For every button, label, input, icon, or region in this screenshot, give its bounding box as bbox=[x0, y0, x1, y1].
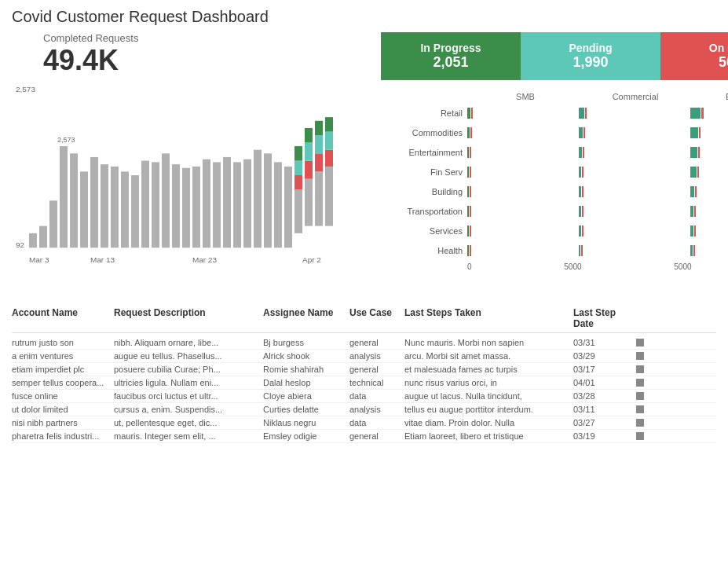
header-assignee: Assignee Name bbox=[263, 307, 349, 329]
cell-laststeps: et malesuada fames ac turpis bbox=[404, 365, 573, 374]
table-row: rutrum justo son nibh. Aliquam ornare, l… bbox=[12, 336, 716, 350]
cell-indicator bbox=[636, 338, 660, 347]
cell-lastdate: 04/01 bbox=[573, 378, 636, 387]
cell-desc: faucibus orci luctus et ultr... bbox=[114, 391, 263, 401]
cell-usecase: analysis bbox=[349, 351, 404, 361]
status-pending-value: 1,990 bbox=[527, 54, 654, 71]
enterprise-group bbox=[690, 147, 728, 158]
svg-rect-2 bbox=[49, 200, 57, 248]
indicator-box bbox=[636, 432, 644, 440]
svg-rect-37 bbox=[315, 135, 323, 153]
cell-desc: augue eu tellus. Phasellus... bbox=[114, 351, 263, 361]
enterprise-group bbox=[690, 226, 728, 236]
smb-red-bar bbox=[470, 206, 471, 217]
comm-green-bar bbox=[579, 108, 584, 119]
commercial-group bbox=[579, 127, 689, 138]
header-lastdate: Last Step Date bbox=[573, 307, 636, 329]
cell-usecase: analysis bbox=[349, 405, 404, 414]
svg-rect-42 bbox=[325, 117, 333, 131]
comm-red-bar bbox=[583, 127, 585, 138]
indicator-box bbox=[636, 405, 644, 413]
smb-group bbox=[467, 167, 577, 178]
segment-chart: SMB Commercial Enterprise Retail Co bbox=[381, 92, 728, 271]
cell-laststeps: augue ut lacus. Nulla tincidunt, bbox=[404, 391, 573, 401]
segment-label: Transportation bbox=[381, 207, 467, 216]
comm-red-bar bbox=[585, 108, 587, 119]
segment-label: Fin Serv bbox=[381, 167, 467, 177]
table-row: pharetra felis industri... mauris. Integ… bbox=[12, 430, 716, 443]
segment-header-enterprise: Enterprise bbox=[690, 92, 728, 101]
segment-label: Entertainment bbox=[381, 148, 467, 157]
ent-green-bar bbox=[690, 147, 697, 158]
cell-assignee: Curties delatte bbox=[263, 405, 349, 414]
svg-rect-0 bbox=[29, 233, 37, 248]
table-body: rutrum justo son nibh. Aliquam ornare, l… bbox=[12, 336, 716, 443]
segment-header-smb: SMB bbox=[470, 92, 580, 101]
status-onhold-label: On Hold bbox=[667, 42, 728, 54]
svg-rect-39 bbox=[325, 167, 333, 226]
ent-red-bar bbox=[693, 245, 695, 256]
svg-rect-13 bbox=[152, 162, 159, 248]
ent-green-bar bbox=[690, 127, 698, 138]
cell-laststeps: Nunc mauris. Morbi non sapien bbox=[404, 338, 573, 347]
enterprise-group bbox=[690, 206, 728, 217]
comm-green-bar bbox=[579, 167, 581, 178]
bar-chart-svg: 2,573 92 2,573 bbox=[12, 81, 373, 270]
segment-label: Retail bbox=[381, 108, 467, 118]
cell-account: etiam imperdiet plc bbox=[12, 365, 114, 374]
cell-laststeps: Etiam laoreet, libero et tristique bbox=[404, 431, 573, 441]
svg-rect-32 bbox=[305, 161, 313, 179]
segment-label: Health bbox=[381, 246, 467, 255]
indicator-box bbox=[636, 352, 644, 360]
ent-red-bar bbox=[697, 167, 699, 178]
status-in-progress-value: 2,051 bbox=[387, 54, 514, 71]
page-title: Covid Customer Request Dashboard bbox=[12, 8, 716, 26]
cell-account: a enim ventures bbox=[12, 351, 114, 361]
cell-usecase: general bbox=[349, 338, 404, 347]
cell-laststeps: tellus eu augue porttitor interdum. bbox=[404, 405, 573, 414]
cell-lastdate: 03/27 bbox=[573, 418, 636, 427]
svg-text:Mar 13: Mar 13 bbox=[90, 255, 115, 264]
smb-group bbox=[467, 186, 577, 197]
bar-chart-area: 2,573 92 2,573 bbox=[12, 81, 373, 293]
segment-label: Commodities bbox=[381, 128, 467, 138]
enterprise-group bbox=[690, 108, 728, 119]
svg-rect-31 bbox=[305, 179, 313, 226]
cell-indicator bbox=[636, 418, 660, 427]
segment-header-commercial: Commercial bbox=[580, 92, 690, 101]
comm-green-bar bbox=[579, 127, 583, 138]
svg-rect-36 bbox=[315, 153, 323, 171]
svg-rect-6 bbox=[80, 171, 88, 248]
smb-red-bar bbox=[470, 147, 471, 158]
cell-usecase: general bbox=[349, 431, 404, 441]
svg-rect-7 bbox=[90, 157, 98, 248]
ent-red-bar bbox=[701, 108, 704, 119]
svg-rect-40 bbox=[325, 150, 333, 167]
svg-rect-5 bbox=[70, 153, 78, 248]
cell-assignee: Dalal heslop bbox=[263, 378, 349, 387]
ent-red-bar bbox=[694, 226, 696, 236]
svg-rect-21 bbox=[233, 162, 241, 248]
cell-desc: nibh. Aliquam ornare, libe... bbox=[114, 338, 263, 347]
commercial-group bbox=[579, 147, 689, 158]
svg-text:Mar 3: Mar 3 bbox=[29, 255, 49, 264]
ent-green-bar bbox=[690, 186, 694, 197]
cell-assignee: Bj burgess bbox=[263, 338, 349, 347]
svg-text:Mar 23: Mar 23 bbox=[192, 255, 217, 264]
commercial-group bbox=[579, 186, 689, 197]
smb-green-bar bbox=[467, 127, 470, 138]
smb-red-bar bbox=[470, 186, 471, 197]
smb-group bbox=[467, 147, 577, 158]
cell-usecase: data bbox=[349, 418, 404, 427]
smb-green-bar bbox=[467, 245, 469, 256]
svg-text:Apr 2: Apr 2 bbox=[302, 255, 321, 264]
comm-red-bar bbox=[582, 206, 583, 217]
status-in-progress-label: In Progress bbox=[387, 42, 514, 54]
smb-green-bar bbox=[467, 167, 469, 178]
cell-indicator bbox=[636, 431, 660, 441]
svg-rect-1 bbox=[39, 226, 47, 248]
segment-row-retail: Retail bbox=[381, 104, 728, 122]
data-table: Account Name Request Description Assigne… bbox=[12, 307, 716, 443]
segment-headers: SMB Commercial Enterprise bbox=[381, 92, 728, 101]
status-card-on-hold: On Hold 509 bbox=[660, 32, 728, 80]
